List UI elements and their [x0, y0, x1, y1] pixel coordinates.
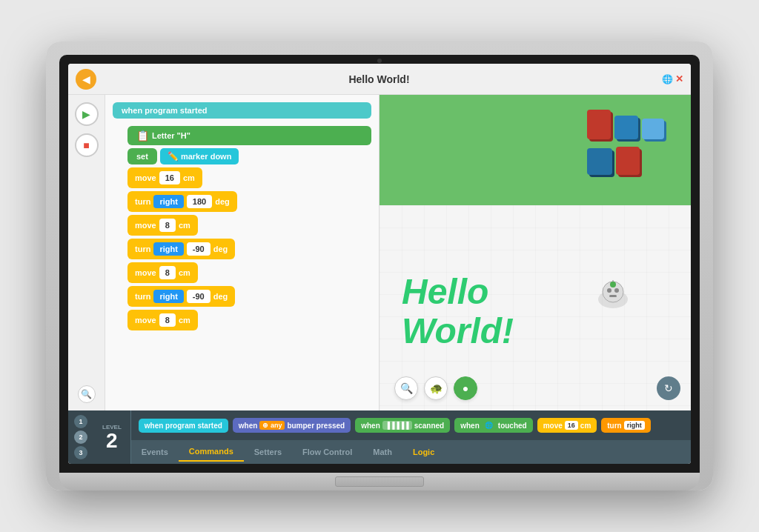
bottom-toolbar: when program started when ⊕ any bumper p…	[131, 410, 691, 440]
stop-button[interactable]: ■	[75, 133, 99, 157]
laptop-screen: ◀ Hello World! 🌐 ✕ ▶ ■ 🔍	[68, 64, 691, 464]
svg-point-3	[607, 288, 611, 293]
svg-point-6	[610, 282, 616, 287]
level-number: 2	[106, 430, 118, 451]
turn-block-3[interactable]: turn right -90 deg	[127, 286, 235, 307]
move-block-2[interactable]: move 8 cm	[127, 215, 198, 236]
set-block[interactable]: set	[127, 148, 157, 164]
toolbar-bumper[interactable]: when ⊕ any bumper pressed	[233, 418, 351, 433]
level-dot-1[interactable]: 1	[74, 415, 87, 428]
toolbar-move[interactable]: move 16 cm	[537, 418, 597, 433]
search-view-button[interactable]: 🔍	[394, 376, 418, 400]
tab-logic[interactable]: Logic	[402, 443, 445, 461]
red-block-1	[587, 110, 611, 139]
move-row-1: move 16 cm	[127, 167, 371, 188]
move-block-4[interactable]: move 8 cm	[127, 310, 198, 330]
view-panel: Hello World!	[380, 95, 691, 410]
app-container: ◀ Hello World! 🌐 ✕ ▶ ■ 🔍	[68, 64, 691, 464]
laptop-container: ◀ Hello World! 🌐 ✕ ▶ ■ 🔍	[46, 41, 713, 491]
turn-block-1[interactable]: turn right 180 deg	[127, 191, 237, 212]
red-block-2	[616, 147, 640, 175]
tab-events[interactable]: Events	[131, 443, 179, 461]
screen-bezel: ◀ Hello World! 🌐 ✕ ▶ ■ 🔍	[59, 55, 700, 473]
toolbar-turn[interactable]: turn right	[601, 418, 650, 433]
svg-point-4	[614, 288, 619, 293]
back-button[interactable]: ◀	[76, 69, 96, 90]
trackpad[interactable]	[335, 476, 424, 487]
move-block-3[interactable]: move 8 cm	[127, 262, 198, 283]
start-block[interactable]: when program started	[113, 102, 371, 119]
main-content: ▶ ■ 🔍 when program started	[68, 95, 691, 410]
toolbar-scanned[interactable]: when ▐▐▐▐▐ scanned	[355, 418, 450, 433]
turn-row-1: turn right 180 deg	[127, 191, 371, 212]
blue-block-2	[587, 148, 612, 175]
camera	[377, 59, 382, 63]
close-button[interactable]: 🌐 ✕	[662, 73, 683, 84]
turn-row-2: turn right -90 deg	[127, 239, 371, 259]
tab-setters[interactable]: Setters	[244, 443, 292, 461]
level-dot-2[interactable]: 2	[74, 430, 87, 444]
app-header: ◀ Hello World! 🌐 ✕	[68, 64, 691, 95]
blue-block-1	[614, 116, 638, 139]
refresh-button[interactable]: ↻	[657, 376, 680, 400]
move-row-4: move 8 cm	[127, 310, 371, 330]
block-group: 📋 Letter "H" set	[113, 126, 371, 330]
turn-row-3: turn right -90 deg	[127, 286, 371, 307]
run-button[interactable]: ●	[454, 376, 477, 400]
letter-block[interactable]: 📋 Letter "H"	[127, 126, 371, 145]
move-row-3: move 8 cm	[127, 262, 371, 283]
move-block-1[interactable]: move 16 cm	[127, 167, 202, 188]
toolbar-touched[interactable]: when 🌐 touched	[454, 418, 532, 433]
category-tabs: Events Commands Setters Flow Control Mat…	[131, 440, 691, 464]
light-blue-block	[642, 119, 664, 139]
turn-block-2[interactable]: turn right -90 deg	[127, 239, 235, 259]
toolbar-when-program[interactable]: when program started	[139, 419, 228, 433]
level-dot-3[interactable]: 3	[74, 446, 87, 459]
tab-math[interactable]: Math	[362, 443, 402, 461]
level-section: 1 2 3 LEVEL 2	[68, 410, 131, 464]
code-panel: ▶ ■ 🔍 when program started	[68, 95, 380, 410]
turtle-button[interactable]: 🐢	[424, 376, 448, 400]
bottom-section: 1 2 3 LEVEL 2 when progra	[68, 410, 691, 464]
hello-world-display: Hello World!	[402, 273, 514, 351]
bottom-right: when program started when ⊕ any bumper p…	[131, 410, 691, 464]
colored-blocks-group	[587, 110, 676, 175]
view-controls: 🔍 🐢 ●	[394, 376, 477, 400]
move-row-2: move 8 cm	[127, 215, 371, 236]
blocks-area: when program started 📋 Letter "H"	[105, 95, 379, 410]
svg-rect-5	[609, 295, 617, 297]
level-dots: 1 2 3	[68, 410, 93, 464]
tab-flow-control[interactable]: Flow Control	[292, 443, 362, 461]
sidebar-controls: ▶ ■ 🔍	[68, 95, 105, 410]
laptop-base	[59, 473, 700, 491]
set-marker-row: set ✏️ marker down	[127, 148, 371, 164]
tab-commands[interactable]: Commands	[179, 442, 244, 462]
marker-block[interactable]: ✏️ marker down	[160, 148, 239, 164]
zoom-button[interactable]: 🔍	[78, 385, 96, 403]
robot-icon	[594, 277, 632, 314]
play-button[interactable]: ▶	[75, 102, 99, 126]
header-title: Hello World!	[104, 73, 654, 85]
